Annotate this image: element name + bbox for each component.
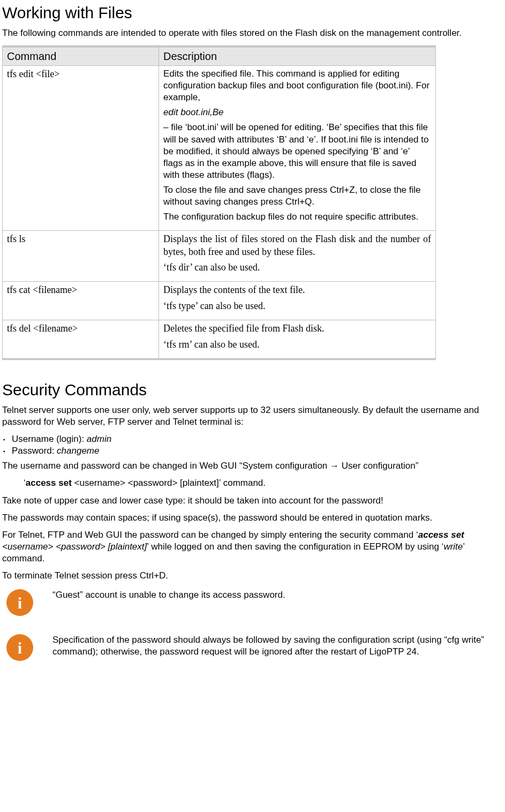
desc-text: Displays the list of files stored on the…: [163, 233, 431, 258]
intro-paragraph: The following commands are intended to o…: [2, 27, 503, 39]
access-set-command: ‘access set <username> <password> [plain…: [24, 477, 503, 489]
desc-text: Displays the contents of the text file.: [163, 284, 431, 296]
section-title-security-commands: Security Commands: [2, 379, 503, 400]
username-value: admin: [87, 434, 111, 444]
password-value: changeme: [57, 446, 99, 456]
cmd-cell: tfs ls: [3, 231, 159, 282]
cmd-bold: access set: [26, 478, 72, 488]
table-row: tfs ls Displays the list of files stored…: [3, 231, 436, 282]
table-row: tfs cat <filename> Displays the contents…: [3, 282, 436, 320]
security-intro: Telnet server supports one user only, we…: [2, 404, 503, 428]
terminate-note: To terminate Telnet session press Ctrl+D…: [2, 570, 503, 582]
password-label: Password:: [12, 446, 57, 456]
desc-text: ‘tfs rm’ can also be used.: [163, 339, 431, 351]
desc-text: Edits the specified file. This command i…: [163, 68, 431, 103]
desc-cell: Edits the specified file. This command i…: [159, 66, 436, 231]
info-icon: i: [6, 634, 33, 661]
command-table: Command Description tfs edit <file> Edit…: [2, 46, 436, 360]
credentials-list: Username (login): admin Password: change…: [2, 433, 503, 457]
info-note: i Specification of the password should a…: [2, 634, 503, 661]
cmd-cell: tfs del <filename>: [3, 320, 159, 359]
desc-example: edit boot.ini,Be: [163, 107, 431, 118]
desc-text: ‘tfs type’ can also be used.: [163, 300, 431, 312]
gui-config-note: The username and password can be changed…: [2, 460, 503, 472]
telnet-ftp-note: For Telnet, FTP and Web GUI the password…: [2, 529, 503, 565]
desc-text: – file ‘boot.ini’ will be opened for edi…: [163, 122, 431, 181]
info-note: i “Guest” account is unable to change it…: [2, 589, 503, 616]
info-icon: i: [6, 589, 33, 616]
info-text: “Guest” account is unable to change its …: [52, 589, 503, 601]
desc-text: ‘tfs dir’ can also be used.: [163, 261, 431, 274]
desc-cell: Deletes the specified file from Flash di…: [159, 320, 436, 359]
spaces-note: The passwords may contain spaces; if usi…: [2, 512, 503, 524]
desc-text: To close the file and save changes press…: [163, 184, 431, 208]
cmd-cell: tfs cat <filename>: [3, 282, 159, 320]
table-row: tfs edit <file> Edits the specified file…: [3, 66, 436, 231]
table-header-row: Command Description: [3, 47, 436, 66]
desc-text: Deletes the specified file from Flash di…: [163, 322, 431, 335]
list-item: Username (login): admin: [13, 433, 503, 445]
desc-text: The configuration backup files do not re…: [163, 211, 431, 223]
table-row: tfs del <filename> Deletes the specified…: [3, 320, 436, 359]
username-label: Username (login):: [12, 434, 87, 444]
desc-cell: Displays the contents of the text file. …: [159, 282, 436, 320]
th-description: Description: [159, 47, 436, 66]
case-note: Take note of upper case and lower case t…: [2, 495, 503, 507]
section-title-working-with-files: Working with Files: [2, 2, 503, 23]
cmd-cell: tfs edit <file>: [3, 66, 159, 231]
th-command: Command: [3, 47, 159, 66]
list-item: Password: changeme: [13, 445, 503, 457]
desc-cell: Displays the list of files stored on the…: [159, 231, 436, 282]
info-text: Specification of the password should alw…: [52, 634, 503, 658]
cmd-bold-italic: access set: [418, 530, 464, 540]
